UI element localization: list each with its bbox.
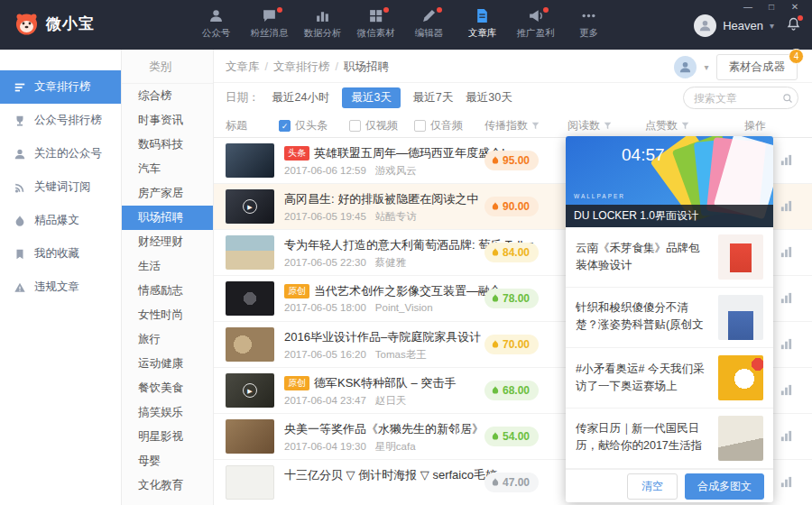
article-author[interactable]: 游戏风云	[375, 165, 417, 176]
column-reads[interactable]: 阅读数	[567, 118, 612, 133]
filter-headline-only[interactable]: ✓ 仅头条	[279, 118, 328, 133]
article-author[interactable]: 站酷专访	[375, 211, 417, 222]
category-item[interactable]: 母婴	[122, 449, 213, 473]
article-title[interactable]: 当代艺术创作之影像交互装置—融合	[314, 283, 502, 299]
category-item[interactable]: 女性时尚	[122, 303, 213, 327]
nav-item-more[interactable]: 更多	[562, 0, 615, 50]
stats-chart-icon[interactable]	[780, 199, 793, 216]
category-item[interactable]: 文化教育	[122, 473, 213, 498]
stats-chart-icon[interactable]	[780, 337, 793, 354]
date-option-7d[interactable]: 最近7天	[413, 90, 453, 106]
category-item[interactable]: 运动健康	[122, 352, 213, 376]
article-thumbnail[interactable]: ▶	[226, 189, 274, 224]
composer-item[interactable]: #小矛看奥运# 今天我们采访了一下奥运赛场上	[566, 348, 773, 409]
minimize-button[interactable]: —	[736, 0, 760, 16]
composer-hero-item[interactable]: 04:57 WALLPAPER DU LOCKER 1.0界面设计	[566, 136, 773, 227]
breadcrumb-item[interactable]: 文章库	[226, 60, 260, 73]
nav-item-wechat-materials[interactable]: 微信素材	[349, 0, 402, 50]
sidebar-item-keyword-subscription[interactable]: 关键词订阅	[0, 170, 121, 204]
chevron-down-icon[interactable]: ▾	[704, 62, 708, 72]
stats-chart-icon[interactable]	[780, 291, 793, 308]
category-item[interactable]: 时事资讯	[122, 108, 213, 133]
category-item[interactable]: 生活	[122, 254, 213, 279]
article-title[interactable]: 德军KSK特种部队 – 突击手	[314, 375, 456, 391]
maximize-button[interactable]: □	[760, 0, 783, 16]
search-input[interactable]	[694, 92, 782, 105]
date-option-30d[interactable]: 最近30天	[466, 90, 512, 106]
window-controls: — □ ✕	[736, 0, 807, 16]
sidebar-item-top-articles[interactable]: 精品爆文	[0, 204, 121, 237]
article-title[interactable]: 英雄联盟五周年—德玛西亚年度盛会!	[314, 145, 505, 161]
article-author[interactable]: Point_Vision	[375, 302, 433, 313]
nav-item-article-library[interactable]: 文章库	[456, 0, 509, 50]
category-item[interactable]: 财经理财	[122, 230, 213, 254]
user-menu[interactable]: Heaven ▾	[694, 14, 801, 37]
category-item[interactable]: 房产家居	[122, 181, 213, 206]
article-title[interactable]: 十三亿分贝 ▽ 倒计时海报 ▽ serfaico毛婷	[284, 467, 497, 483]
composer-item[interactable]: 针织和梭织傻傻分不清楚？涨姿势科普贴(原创文章)	[566, 288, 773, 348]
main-nav: 公众号 粉丝消息 数据分析 微信素材 编辑器	[189, 0, 615, 50]
play-icon: ▶	[243, 199, 257, 214]
category-item[interactable]: 明星影视	[122, 425, 213, 449]
article-thumbnail[interactable]: ▶	[226, 373, 274, 408]
category-item-active[interactable]: 职场招聘	[122, 206, 213, 230]
spread-index-badge: 68.00	[484, 381, 539, 400]
article-thumbnail[interactable]	[226, 419, 274, 454]
nav-item-analytics[interactable]: 数据分析	[296, 0, 349, 50]
breadcrumb-item[interactable]: 文章排行榜	[273, 60, 330, 73]
stats-chart-icon[interactable]	[780, 429, 793, 446]
stats-chart-icon[interactable]	[780, 153, 793, 170]
nav-label: 微信素材	[357, 27, 395, 40]
composer-item[interactable]: 传家日历｜新一代国民日历，献给你的2017生活指南	[566, 409, 773, 469]
clear-button[interactable]: 清空	[627, 473, 678, 500]
article-thumbnail[interactable]	[226, 235, 274, 270]
account-avatar[interactable]	[674, 56, 697, 78]
category-item[interactable]: 旅行	[122, 327, 213, 352]
column-spread-index[interactable]: 传播指数	[484, 118, 540, 133]
category-item[interactable]: 汽车	[122, 157, 213, 181]
article-thumbnail[interactable]	[226, 327, 274, 362]
sidebar-item-label: 违规文章	[34, 280, 79, 295]
article-title[interactable]: 央美一等奖作品《水獭先生的新邻居》	[284, 421, 484, 437]
filter-video-only[interactable]: 仅视频	[349, 118, 398, 133]
category-item[interactable]: 综合榜	[122, 84, 213, 108]
stats-chart-icon[interactable]	[780, 475, 793, 492]
nav-item-promotion[interactable]: 推广盈利	[509, 0, 562, 50]
article-thumbnail[interactable]	[226, 465, 274, 500]
article-author[interactable]: 蔡健雅	[375, 257, 407, 268]
nav-item-editor[interactable]: 编辑器	[402, 0, 456, 50]
nav-item-fan-messages[interactable]: 粉丝消息	[243, 0, 296, 50]
category-item[interactable]: 搞笑娱乐	[122, 400, 213, 425]
composer-item[interactable]: 云南《禾芽食集》品牌包装体验设计	[566, 227, 773, 288]
article-thumbnail[interactable]	[226, 281, 274, 316]
close-button[interactable]: ✕	[783, 0, 807, 16]
sidebar-item-account-ranking[interactable]: 公众号排行榜	[0, 104, 121, 137]
sidebar-item-favorites[interactable]: 我的收藏	[0, 237, 121, 271]
notifications-bell[interactable]	[786, 16, 801, 35]
stats-chart-icon[interactable]	[780, 383, 793, 400]
filter-audio-only[interactable]: 仅音频	[414, 118, 463, 133]
stats-chart-icon[interactable]	[780, 245, 793, 262]
category-item[interactable]: 情感励志	[122, 279, 213, 303]
spread-index-value: 70.00	[503, 338, 530, 351]
article-author[interactable]: 赵日天	[375, 395, 407, 406]
material-composer-button[interactable]: 素材合成器 4	[716, 54, 798, 80]
article-title[interactable]: 2016毕业设计作品–寺院庭院家具设计	[284, 329, 481, 345]
nav-item-accounts[interactable]: 公众号	[189, 0, 243, 50]
article-title[interactable]: 高冈昌生: 好的排版被隐匿在阅读之中	[284, 191, 478, 207]
category-item[interactable]: 数码科技	[122, 133, 213, 157]
filter-funnel-icon	[604, 122, 612, 130]
sidebar-item-article-ranking[interactable]: 文章排行榜	[0, 70, 121, 104]
wallpaper-label: WALLPAPER	[574, 193, 625, 199]
date-option-3d-active[interactable]: 最近3天	[342, 87, 400, 108]
spread-index-badge: 47.00	[484, 473, 539, 492]
compose-multi-button[interactable]: 合成多图文	[685, 473, 764, 500]
column-likes[interactable]: 点赞数	[645, 118, 689, 133]
sidebar-item-violation-articles[interactable]: 违规文章	[0, 271, 121, 304]
sidebar-item-followed-accounts[interactable]: 关注的公众号	[0, 137, 121, 170]
date-option-24h[interactable]: 最近24小时	[272, 90, 330, 106]
category-item[interactable]: 餐饮美食	[122, 376, 213, 400]
article-author[interactable]: 星明cafa	[375, 441, 416, 452]
article-author[interactable]: Tomas老王	[375, 349, 427, 360]
article-thumbnail[interactable]	[226, 143, 274, 178]
